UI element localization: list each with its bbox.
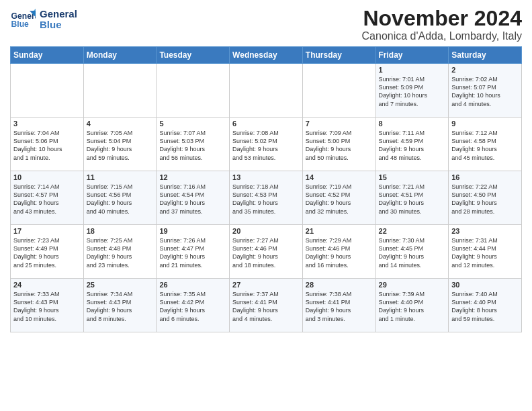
day-info: Sunrise: 7:30 AM Sunset: 4:45 PM Dayligh… bbox=[379, 236, 446, 269]
day-info: Sunrise: 7:02 AM Sunset: 5:07 PM Dayligh… bbox=[451, 75, 519, 108]
day-number: 7 bbox=[306, 120, 373, 128]
day-number: 30 bbox=[451, 281, 519, 289]
day-number: 29 bbox=[379, 281, 446, 289]
day-cell: 24Sunrise: 7:33 AM Sunset: 4:43 PM Dayli… bbox=[11, 279, 84, 332]
logo-line2: Blue bbox=[40, 19, 77, 31]
day-number: 14 bbox=[306, 173, 373, 181]
day-number: 2 bbox=[451, 66, 519, 74]
col-header-thursday: Thursday bbox=[302, 47, 375, 64]
day-info: Sunrise: 7:01 AM Sunset: 5:09 PM Dayligh… bbox=[379, 75, 446, 108]
day-info: Sunrise: 7:26 AM Sunset: 4:47 PM Dayligh… bbox=[159, 236, 226, 269]
day-info: Sunrise: 7:12 AM Sunset: 4:58 PM Dayligh… bbox=[451, 129, 519, 162]
day-cell bbox=[157, 64, 230, 118]
day-cell: 15Sunrise: 7:21 AM Sunset: 4:51 PM Dayli… bbox=[375, 171, 449, 225]
day-cell: 5Sunrise: 7:07 AM Sunset: 5:03 PM Daylig… bbox=[157, 118, 230, 171]
week-row-0: 1Sunrise: 7:01 AM Sunset: 5:09 PM Daylig… bbox=[11, 64, 522, 118]
col-header-monday: Monday bbox=[83, 47, 157, 64]
day-cell: 30Sunrise: 7:40 AM Sunset: 4:40 PM Dayli… bbox=[449, 279, 522, 332]
day-info: Sunrise: 7:11 AM Sunset: 4:59 PM Dayligh… bbox=[379, 129, 446, 162]
day-number: 27 bbox=[232, 281, 300, 289]
day-number: 18 bbox=[87, 227, 154, 235]
title-block: November 2024 Canonica d'Adda, Lombardy,… bbox=[362, 7, 522, 42]
day-info: Sunrise: 7:08 AM Sunset: 5:02 PM Dayligh… bbox=[232, 129, 300, 162]
day-cell: 13Sunrise: 7:18 AM Sunset: 4:53 PM Dayli… bbox=[230, 171, 303, 225]
day-number: 21 bbox=[306, 227, 373, 235]
day-info: Sunrise: 7:34 AM Sunset: 4:43 PM Dayligh… bbox=[87, 290, 154, 323]
day-cell: 10Sunrise: 7:14 AM Sunset: 4:57 PM Dayli… bbox=[11, 171, 84, 225]
day-cell bbox=[11, 64, 84, 118]
col-header-saturday: Saturday bbox=[449, 47, 522, 64]
logo: General Blue General Blue bbox=[10, 7, 77, 32]
day-cell: 17Sunrise: 7:23 AM Sunset: 4:49 PM Dayli… bbox=[11, 225, 84, 279]
day-info: Sunrise: 7:15 AM Sunset: 4:56 PM Dayligh… bbox=[87, 183, 154, 216]
week-row-1: 3Sunrise: 7:04 AM Sunset: 5:06 PM Daylig… bbox=[11, 118, 522, 171]
col-header-sunday: Sunday bbox=[11, 47, 84, 64]
day-cell bbox=[230, 64, 303, 118]
day-info: Sunrise: 7:05 AM Sunset: 5:04 PM Dayligh… bbox=[87, 129, 154, 162]
day-info: Sunrise: 7:37 AM Sunset: 4:41 PM Dayligh… bbox=[232, 290, 300, 323]
day-number: 3 bbox=[13, 120, 81, 128]
day-cell: 11Sunrise: 7:15 AM Sunset: 4:56 PM Dayli… bbox=[83, 171, 157, 225]
day-cell: 14Sunrise: 7:19 AM Sunset: 4:52 PM Dayli… bbox=[302, 171, 375, 225]
day-number: 22 bbox=[379, 227, 446, 235]
day-number: 1 bbox=[379, 66, 446, 74]
day-number: 12 bbox=[159, 173, 226, 181]
day-number: 13 bbox=[232, 173, 300, 181]
day-info: Sunrise: 7:31 AM Sunset: 4:44 PM Dayligh… bbox=[451, 236, 519, 269]
day-number: 5 bbox=[159, 120, 226, 128]
day-cell: 8Sunrise: 7:11 AM Sunset: 4:59 PM Daylig… bbox=[375, 118, 449, 171]
day-info: Sunrise: 7:40 AM Sunset: 4:40 PM Dayligh… bbox=[451, 290, 519, 323]
day-cell: 19Sunrise: 7:26 AM Sunset: 4:47 PM Dayli… bbox=[157, 225, 230, 279]
day-number: 6 bbox=[232, 120, 300, 128]
day-info: Sunrise: 7:35 AM Sunset: 4:42 PM Dayligh… bbox=[159, 290, 226, 323]
week-row-4: 24Sunrise: 7:33 AM Sunset: 4:43 PM Dayli… bbox=[11, 279, 522, 332]
header-row: SundayMondayTuesdayWednesdayThursdayFrid… bbox=[11, 47, 522, 64]
day-info: Sunrise: 7:09 AM Sunset: 5:00 PM Dayligh… bbox=[306, 129, 373, 162]
day-number: 15 bbox=[379, 173, 446, 181]
day-cell: 27Sunrise: 7:37 AM Sunset: 4:41 PM Dayli… bbox=[230, 279, 303, 332]
logo-icon: General Blue bbox=[10, 7, 36, 32]
logo-line1: General bbox=[40, 9, 77, 20]
day-number: 26 bbox=[159, 281, 226, 289]
day-cell: 20Sunrise: 7:27 AM Sunset: 4:46 PM Dayli… bbox=[230, 225, 303, 279]
day-number: 19 bbox=[159, 227, 226, 235]
day-number: 9 bbox=[451, 120, 519, 128]
day-number: 23 bbox=[451, 227, 519, 235]
day-number: 20 bbox=[232, 227, 300, 235]
day-cell: 4Sunrise: 7:05 AM Sunset: 5:04 PM Daylig… bbox=[83, 118, 157, 171]
day-info: Sunrise: 7:39 AM Sunset: 4:40 PM Dayligh… bbox=[379, 290, 446, 323]
calendar-subtitle: Canonica d'Adda, Lombardy, Italy bbox=[362, 30, 522, 42]
day-number: 17 bbox=[13, 227, 81, 235]
day-info: Sunrise: 7:14 AM Sunset: 4:57 PM Dayligh… bbox=[13, 183, 81, 216]
day-cell: 9Sunrise: 7:12 AM Sunset: 4:58 PM Daylig… bbox=[449, 118, 522, 171]
day-info: Sunrise: 7:23 AM Sunset: 4:49 PM Dayligh… bbox=[13, 236, 81, 269]
col-header-wednesday: Wednesday bbox=[230, 47, 303, 64]
day-info: Sunrise: 7:27 AM Sunset: 4:46 PM Dayligh… bbox=[232, 236, 300, 269]
day-cell: 3Sunrise: 7:04 AM Sunset: 5:06 PM Daylig… bbox=[11, 118, 84, 171]
calendar-title: November 2024 bbox=[362, 7, 522, 30]
day-cell: 22Sunrise: 7:30 AM Sunset: 4:45 PM Dayli… bbox=[375, 225, 449, 279]
day-cell: 6Sunrise: 7:08 AM Sunset: 5:02 PM Daylig… bbox=[230, 118, 303, 171]
day-number: 10 bbox=[13, 173, 81, 181]
day-cell: 1Sunrise: 7:01 AM Sunset: 5:09 PM Daylig… bbox=[375, 64, 449, 118]
day-cell: 7Sunrise: 7:09 AM Sunset: 5:00 PM Daylig… bbox=[302, 118, 375, 171]
day-info: Sunrise: 7:21 AM Sunset: 4:51 PM Dayligh… bbox=[379, 183, 446, 216]
day-cell: 29Sunrise: 7:39 AM Sunset: 4:40 PM Dayli… bbox=[375, 279, 449, 332]
day-number: 25 bbox=[87, 281, 154, 289]
day-info: Sunrise: 7:18 AM Sunset: 4:53 PM Dayligh… bbox=[232, 183, 300, 216]
day-cell: 26Sunrise: 7:35 AM Sunset: 4:42 PM Dayli… bbox=[157, 279, 230, 332]
day-info: Sunrise: 7:29 AM Sunset: 4:46 PM Dayligh… bbox=[306, 236, 373, 269]
day-cell bbox=[83, 64, 157, 118]
page: General Blue General Blue November 2024 … bbox=[0, 0, 532, 339]
day-cell: 16Sunrise: 7:22 AM Sunset: 4:50 PM Dayli… bbox=[449, 171, 522, 225]
day-info: Sunrise: 7:19 AM Sunset: 4:52 PM Dayligh… bbox=[306, 183, 373, 216]
svg-text:Blue: Blue bbox=[11, 19, 30, 29]
calendar-table: SundayMondayTuesdayWednesdayThursdayFrid… bbox=[10, 46, 522, 332]
week-row-3: 17Sunrise: 7:23 AM Sunset: 4:49 PM Dayli… bbox=[11, 225, 522, 279]
day-cell: 28Sunrise: 7:38 AM Sunset: 4:41 PM Dayli… bbox=[302, 279, 375, 332]
day-number: 16 bbox=[451, 173, 519, 181]
day-number: 28 bbox=[306, 281, 373, 289]
day-cell: 23Sunrise: 7:31 AM Sunset: 4:44 PM Dayli… bbox=[449, 225, 522, 279]
day-number: 4 bbox=[87, 120, 154, 128]
day-number: 11 bbox=[87, 173, 154, 181]
